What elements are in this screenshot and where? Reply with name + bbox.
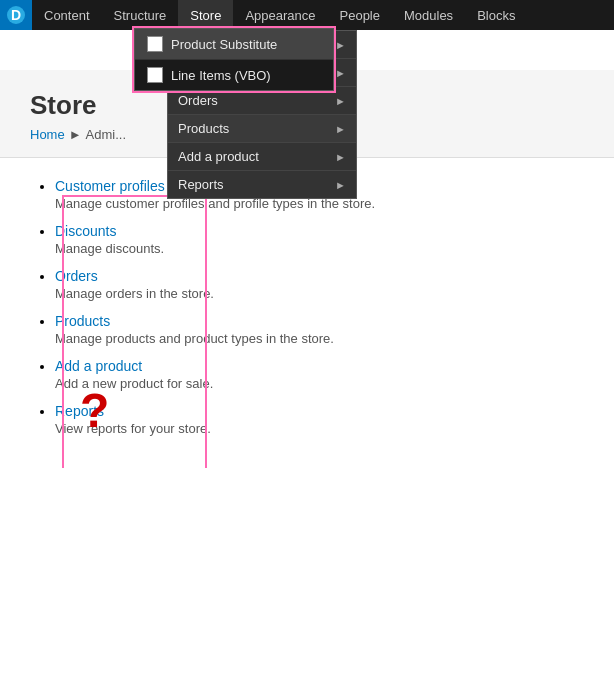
arrow-icon: ► [335,179,346,191]
desc-add-product: Add a new product for sale. [55,376,584,391]
desc-discounts: Manage discounts. [55,241,584,256]
list-item-products: Products Manage products and product typ… [55,313,584,346]
list-item-discounts: Discounts Manage discounts. [55,223,584,256]
link-products[interactable]: Products [55,313,110,329]
list-item-add-product: Add a product Add a new product for sale… [55,358,584,391]
breadcrumb-sep: ► [69,127,82,142]
arrow-icon: ► [335,123,346,135]
arrow-icon: ► [335,67,346,79]
site-logo[interactable]: D [0,0,32,30]
arrow-icon: ► [335,151,346,163]
dropdown-add-product[interactable]: Add a product ► [168,143,356,171]
arrow-icon: ► [335,39,346,51]
svg-text:D: D [11,7,21,23]
breadcrumb-current: Admi... [86,127,126,142]
dropdown-reports[interactable]: Reports ► [168,171,356,198]
nav-modules[interactable]: Modules [392,0,465,30]
products-submenu: Product Substitute Line Items (VBO) [134,28,334,91]
link-orders[interactable]: Orders [55,268,98,284]
products-submenu-wrapper: Product Substitute Line Items (VBO) [132,26,336,93]
store-link-list: Customer profiles Manage customer profil… [30,178,584,436]
link-add-product[interactable]: Add a product [55,358,142,374]
submenu-line-items[interactable]: Line Items (VBO) [135,60,333,90]
checkbox-line-items[interactable] [147,67,163,83]
breadcrumb-home[interactable]: Home [30,127,65,142]
link-discounts[interactable]: Discounts [55,223,116,239]
dropdown-products[interactable]: Products ► [168,115,356,143]
link-customer-profiles[interactable]: Customer profiles [55,178,165,194]
desc-orders: Manage orders in the store. [55,286,584,301]
submenu-product-substitute[interactable]: Product Substitute [135,29,333,60]
nav-blocks[interactable]: Blocks [465,0,527,30]
arrow-icon: ► [335,95,346,107]
products-submenu-annotation: Product Substitute Line Items (VBO) [132,26,336,93]
nav-people[interactable]: People [328,0,392,30]
nav-content[interactable]: Content [32,0,102,30]
annotation-question-mark: ? [80,383,109,438]
desc-reports: View reports for your store. [55,421,584,436]
list-item-reports: Reports View reports for your store. [55,403,584,436]
list-item-orders: Orders Manage orders in the store. [55,268,584,301]
desc-products: Manage products and product types in the… [55,331,584,346]
checkbox-product-substitute[interactable] [147,36,163,52]
